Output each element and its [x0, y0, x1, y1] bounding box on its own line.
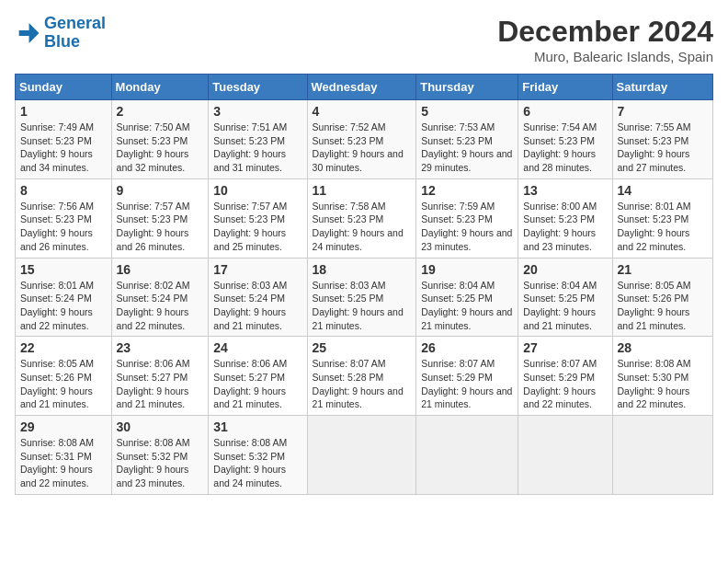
calendar-cell: 10 Sunrise: 7:57 AMSunset: 5:23 PMDaylig… — [209, 178, 307, 258]
sunrise-text: Sunrise: 8:01 AMSunset: 5:23 PMDaylight:… — [618, 201, 691, 252]
sunrise-text: Sunrise: 7:53 AMSunset: 5:23 PMDaylight:… — [421, 121, 512, 173]
calendar-cell: 3 Sunrise: 7:51 AMSunset: 5:23 PMDayligh… — [209, 100, 307, 179]
day-number: 10 — [213, 183, 301, 198]
day-number: 9 — [117, 183, 204, 198]
calendar-cell — [518, 416, 612, 495]
page-header: General Blue December 2024 Muro, Baleari… — [15, 15, 713, 64]
sunrise-text: Sunrise: 8:08 AMSunset: 5:30 PMDaylight:… — [618, 358, 691, 409]
day-number: 7 — [618, 104, 708, 119]
logo-text: General Blue — [44, 15, 106, 52]
day-number: 20 — [523, 262, 607, 277]
calendar-cell: 27 Sunrise: 8:07 AMSunset: 5:29 PMDaylig… — [518, 337, 612, 416]
calendar-cell: 11 Sunrise: 7:58 AMSunset: 5:23 PMDaylig… — [307, 178, 416, 258]
sunrise-text: Sunrise: 7:49 AMSunset: 5:23 PMDaylight:… — [20, 121, 94, 173]
calendar-cell: 1 Sunrise: 7:49 AMSunset: 5:23 PMDayligh… — [16, 100, 112, 179]
calendar-cell: 8 Sunrise: 7:56 AMSunset: 5:23 PMDayligh… — [16, 178, 112, 258]
day-number: 11 — [313, 183, 412, 198]
calendar-cell: 18 Sunrise: 8:03 AMSunset: 5:25 PMDaylig… — [307, 258, 416, 337]
calendar-cell: 31 Sunrise: 8:08 AMSunset: 5:32 PMDaylig… — [209, 416, 307, 495]
sunrise-text: Sunrise: 7:55 AMSunset: 5:23 PMDaylight:… — [618, 121, 691, 173]
calendar-cell — [612, 416, 712, 495]
day-number: 29 — [20, 419, 107, 434]
sunrise-text: Sunrise: 8:05 AMSunset: 5:26 PMDaylight:… — [618, 280, 691, 331]
col-tuesday: Tuesday — [209, 75, 307, 100]
calendar-cell: 25 Sunrise: 8:07 AMSunset: 5:28 PMDaylig… — [307, 337, 416, 416]
col-sunday: Sunday — [16, 75, 112, 100]
sunrise-text: Sunrise: 8:00 AMSunset: 5:23 PMDaylight:… — [523, 201, 597, 252]
day-number: 5 — [421, 104, 513, 119]
sunrise-text: Sunrise: 8:06 AMSunset: 5:27 PMDaylight:… — [213, 358, 287, 409]
day-number: 6 — [523, 104, 607, 119]
day-number: 2 — [117, 104, 204, 119]
calendar-cell: 29 Sunrise: 8:08 AMSunset: 5:31 PMDaylig… — [16, 416, 112, 495]
day-number: 28 — [618, 340, 708, 355]
sunrise-text: Sunrise: 7:54 AMSunset: 5:23 PMDaylight:… — [523, 121, 597, 173]
sunrise-text: Sunrise: 8:01 AMSunset: 5:24 PMDaylight:… — [20, 280, 94, 331]
day-number: 30 — [117, 419, 204, 434]
sunrise-text: Sunrise: 8:04 AMSunset: 5:25 PMDaylight:… — [421, 280, 512, 331]
calendar-cell: 12 Sunrise: 7:59 AMSunset: 5:23 PMDaylig… — [416, 178, 518, 258]
calendar-week-1: 1 Sunrise: 7:49 AMSunset: 5:23 PMDayligh… — [16, 100, 713, 179]
calendar-cell: 24 Sunrise: 8:06 AMSunset: 5:27 PMDaylig… — [209, 337, 307, 416]
col-saturday: Saturday — [612, 75, 712, 100]
day-number: 25 — [313, 340, 412, 355]
sunrise-text: Sunrise: 8:03 AMSunset: 5:24 PMDaylight:… — [213, 280, 287, 331]
sunrise-text: Sunrise: 8:08 AMSunset: 5:32 PMDaylight:… — [213, 437, 287, 488]
calendar-cell: 21 Sunrise: 8:05 AMSunset: 5:26 PMDaylig… — [612, 258, 712, 337]
main-title: December 2024 — [497, 15, 713, 49]
col-friday: Friday — [518, 75, 612, 100]
subtitle: Muro, Balearic Islands, Spain — [497, 49, 713, 64]
sunrise-text: Sunrise: 8:02 AMSunset: 5:24 PMDaylight:… — [117, 280, 190, 331]
sunrise-text: Sunrise: 7:59 AMSunset: 5:23 PMDaylight:… — [421, 201, 512, 252]
calendar-cell — [416, 416, 518, 495]
calendar-cell: 13 Sunrise: 8:00 AMSunset: 5:23 PMDaylig… — [518, 178, 612, 258]
sunrise-text: Sunrise: 7:52 AMSunset: 5:23 PMDaylight:… — [313, 121, 404, 173]
day-number: 8 — [20, 183, 107, 198]
sunrise-text: Sunrise: 8:07 AMSunset: 5:29 PMDaylight:… — [523, 358, 597, 409]
calendar-cell: 16 Sunrise: 8:02 AMSunset: 5:24 PMDaylig… — [111, 258, 209, 337]
day-number: 14 — [618, 183, 708, 198]
calendar-cell: 26 Sunrise: 8:07 AMSunset: 5:29 PMDaylig… — [416, 337, 518, 416]
day-number: 1 — [20, 104, 107, 119]
day-number: 19 — [421, 262, 513, 277]
title-area: December 2024 Muro, Balearic Islands, Sp… — [497, 15, 713, 64]
day-number: 24 — [213, 340, 301, 355]
calendar-cell: 9 Sunrise: 7:57 AMSunset: 5:23 PMDayligh… — [111, 178, 209, 258]
sunrise-text: Sunrise: 7:50 AMSunset: 5:23 PMDaylight:… — [117, 121, 190, 173]
day-number: 22 — [20, 340, 107, 355]
calendar-cell: 19 Sunrise: 8:04 AMSunset: 5:25 PMDaylig… — [416, 258, 518, 337]
sunrise-text: Sunrise: 7:56 AMSunset: 5:23 PMDaylight:… — [20, 201, 94, 252]
svg-marker-0 — [19, 23, 40, 43]
col-wednesday: Wednesday — [307, 75, 416, 100]
calendar-week-2: 8 Sunrise: 7:56 AMSunset: 5:23 PMDayligh… — [16, 178, 713, 258]
calendar-cell — [307, 416, 416, 495]
calendar-cell: 17 Sunrise: 8:03 AMSunset: 5:24 PMDaylig… — [209, 258, 307, 337]
day-number: 16 — [117, 262, 204, 277]
day-number: 26 — [421, 340, 513, 355]
calendar-cell: 15 Sunrise: 8:01 AMSunset: 5:24 PMDaylig… — [16, 258, 112, 337]
calendar-week-4: 22 Sunrise: 8:05 AMSunset: 5:26 PMDaylig… — [16, 337, 713, 416]
calendar-cell: 22 Sunrise: 8:05 AMSunset: 5:26 PMDaylig… — [16, 337, 112, 416]
sunrise-text: Sunrise: 8:07 AMSunset: 5:29 PMDaylight:… — [421, 358, 512, 409]
day-number: 23 — [117, 340, 204, 355]
day-number: 27 — [523, 340, 607, 355]
sunrise-text: Sunrise: 8:05 AMSunset: 5:26 PMDaylight:… — [20, 358, 94, 409]
day-number: 31 — [213, 419, 301, 434]
calendar-cell: 14 Sunrise: 8:01 AMSunset: 5:23 PMDaylig… — [612, 178, 712, 258]
calendar-cell: 23 Sunrise: 8:06 AMSunset: 5:27 PMDaylig… — [111, 337, 209, 416]
day-number: 17 — [213, 262, 301, 277]
calendar-cell: 30 Sunrise: 8:08 AMSunset: 5:32 PMDaylig… — [111, 416, 209, 495]
col-thursday: Thursday — [416, 75, 518, 100]
calendar-cell: 2 Sunrise: 7:50 AMSunset: 5:23 PMDayligh… — [111, 100, 209, 179]
sunrise-text: Sunrise: 8:07 AMSunset: 5:28 PMDaylight:… — [313, 358, 404, 409]
sunrise-text: Sunrise: 8:08 AMSunset: 5:32 PMDaylight:… — [117, 437, 190, 488]
sunrise-text: Sunrise: 7:58 AMSunset: 5:23 PMDaylight:… — [313, 201, 404, 252]
logo-icon — [15, 20, 40, 46]
calendar-cell: 7 Sunrise: 7:55 AMSunset: 5:23 PMDayligh… — [612, 100, 712, 179]
day-number: 13 — [523, 183, 607, 198]
day-number: 12 — [421, 183, 513, 198]
calendar-cell: 5 Sunrise: 7:53 AMSunset: 5:23 PMDayligh… — [416, 100, 518, 179]
day-number: 18 — [313, 262, 412, 277]
logo: General Blue — [15, 15, 106, 52]
sunrise-text: Sunrise: 7:57 AMSunset: 5:23 PMDaylight:… — [213, 201, 287, 252]
